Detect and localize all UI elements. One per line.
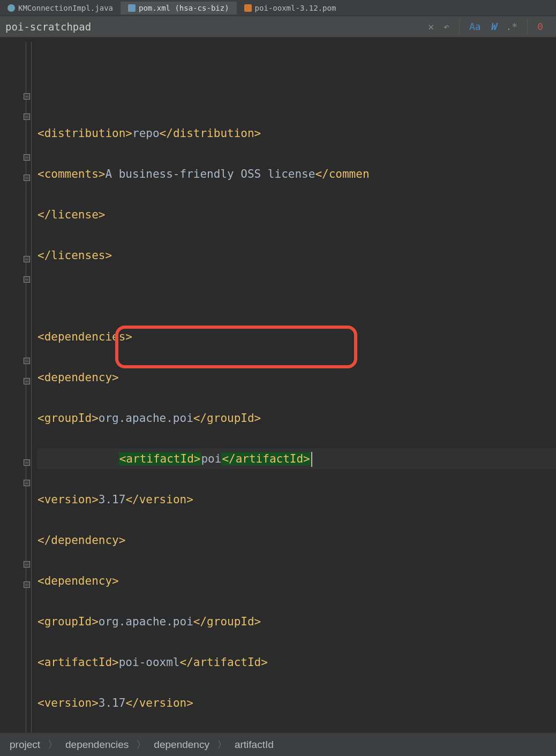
regex-toggle[interactable]: .* [506,21,517,32]
code-line[interactable] [37,286,556,306]
breadcrumb-bar: project 〉 dependencies 〉 dependency 〉 ar… [0,732,556,756]
chevron-right-icon: 〉 [136,738,146,752]
fold-icon[interactable]: – [24,154,30,161]
code-line[interactable]: <artifactId>poi</artifactId> [37,449,556,469]
prev-match-icon[interactable]: ↶ [444,21,449,32]
code-line[interactable]: </dependency> [37,530,556,550]
code-line[interactable]: <dependency> [37,367,556,388]
fold-icon[interactable]: – [24,276,30,283]
gutter: – – – – – – – – – – – – [0,42,37,732]
code-line[interactable]: <version>3.17</version> [37,693,556,713]
separator [527,19,528,34]
find-bar: ✕ ↶ Aa W .* 0 [0,16,556,37]
match-case-toggle[interactable]: Aa [469,21,481,32]
editor-tab-bar: KMConnectionImpl.java pom.xml (hsa-cs-bi… [0,0,556,16]
text-caret [311,452,312,467]
code-editor[interactable]: – – – – – – – – – – – – <distribution>re… [0,37,556,732]
code-line[interactable]: <groupId>org.apache.poi</groupId> [37,408,556,428]
search-input[interactable] [0,16,428,37]
code-line[interactable]: </licenses> [37,245,556,266]
code-line[interactable]: <dependencies> [37,327,556,347]
breadcrumb-item[interactable]: artifactId [235,739,274,751]
tab-label: poi-ooxml-3.12.pom [255,4,336,12]
fold-icon[interactable]: – [24,459,30,466]
tab-pom-file[interactable]: poi-ooxml-3.12.pom [237,2,344,14]
code-line[interactable]: <distribution>repo</distribution> [37,123,556,143]
chevron-right-icon: 〉 [217,738,227,752]
fold-icon[interactable]: – [24,256,30,262]
code-line[interactable]: <dependency> [37,571,556,591]
fold-icon[interactable]: – [24,378,30,384]
close-icon[interactable]: ✕ [428,21,434,32]
code-line[interactable]: <comments>A business-friendly OSS licens… [37,164,556,184]
match-count: 0 [537,21,549,32]
breadcrumb-item[interactable]: project [10,739,40,751]
code-line[interactable]: <version>3.17</version> [37,489,556,510]
tab-label: KMConnectionImpl.java [18,4,113,12]
chevron-right-icon: 〉 [48,738,58,752]
breadcrumb-item[interactable]: dependency [154,739,209,751]
fold-icon[interactable]: – [24,114,30,120]
tab-label: pom.xml (hsa-cs-biz) [139,4,229,12]
fold-icon[interactable]: – [24,581,30,588]
fold-icon[interactable]: – [24,175,30,181]
tab-pom-xml[interactable]: pom.xml (hsa-cs-biz) [121,2,237,14]
fold-icon[interactable]: – [24,93,30,100]
code-lines: <distribution>repo</distribution> <comme… [37,103,556,732]
separator [459,19,460,34]
whole-word-toggle[interactable]: W [491,21,497,32]
code-line[interactable]: </license> [37,205,556,225]
fold-icon[interactable]: – [24,358,30,364]
maven-icon [128,4,136,12]
fold-icon[interactable]: – [24,480,30,486]
tab-java-file[interactable]: KMConnectionImpl.java [0,2,121,14]
breadcrumb-item[interactable]: dependencies [65,739,129,751]
java-icon [7,4,15,12]
code-line[interactable]: <groupId>org.apache.poi</groupId> [37,611,556,632]
search-controls: ✕ ↶ Aa W .* 0 [428,19,556,34]
code-line[interactable]: <artifactId>poi-ooxml</artifactId> [37,652,556,672]
fold-icon[interactable]: – [24,561,30,568]
xml-icon [244,4,252,12]
